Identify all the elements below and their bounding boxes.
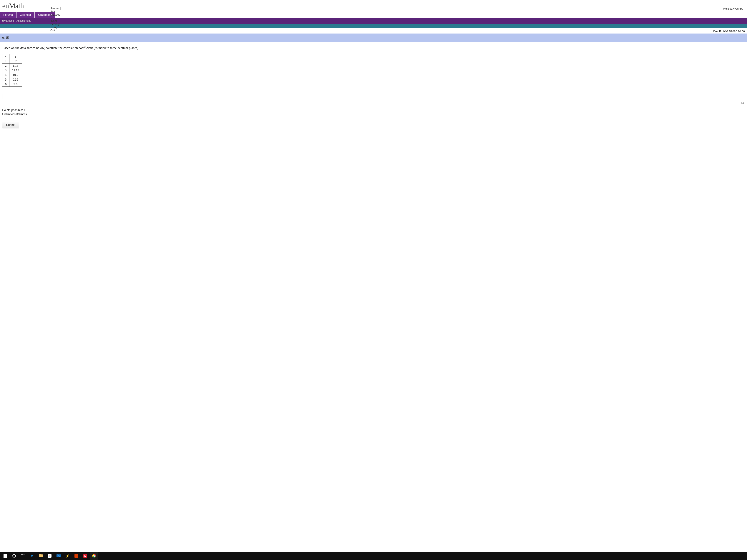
- question-prompt: Based on the data shown below, calculate…: [2, 46, 745, 50]
- nav-log-out[interactable]: Log Out: [50, 26, 57, 32]
- tab-calendar[interactable]: Calendar: [17, 12, 34, 18]
- nav-my-classes[interactable]: My Classes ▼: [50, 10, 60, 19]
- windows-taskbar: e ⚡ N: [0, 552, 747, 560]
- microsoft-store-icon[interactable]: [46, 552, 54, 560]
- table-row: 312.15: [2, 68, 22, 73]
- netflix-icon[interactable]: N: [81, 552, 89, 560]
- tab-forums[interactable]: Forums: [0, 12, 16, 18]
- chevron-down-icon: ▼: [50, 17, 52, 19]
- answer-input[interactable]: [2, 94, 30, 99]
- file-explorer-icon[interactable]: [37, 552, 45, 560]
- score-bar: e: 15: [0, 33, 747, 42]
- site-logo: enMath: [2, 1, 24, 10]
- power-icon[interactable]: ⚡: [63, 552, 72, 560]
- accent-band: [0, 24, 747, 28]
- table-row: 69.6: [2, 82, 22, 87]
- points-possible: Points possible: 1: [2, 108, 745, 112]
- username-display: Melissa Washbu: [723, 7, 745, 10]
- table-row: 410.7: [2, 73, 22, 77]
- cortana-icon[interactable]: [10, 552, 18, 560]
- nav-user-settings[interactable]: User Settings: [50, 19, 60, 26]
- chrome-icon[interactable]: [90, 552, 98, 560]
- start-button[interactable]: [1, 552, 9, 560]
- office-icon[interactable]: [72, 552, 80, 560]
- submit-button[interactable]: Submit: [2, 122, 19, 128]
- main-tabs: Forums Calendar Gradebook: [0, 12, 747, 18]
- attempts-info: Unlimited attempts.: [2, 112, 745, 116]
- due-date: Due Fri 04/24/2020 10:00: [0, 28, 747, 33]
- top-nav: Home | My Classes ▼ | User Settings | Lo…: [50, 7, 61, 32]
- col-header-y: y: [9, 54, 22, 59]
- mail-icon[interactable]: [54, 552, 62, 560]
- table-row: 211.3: [2, 63, 22, 68]
- question-area: Based on the data shown below, calculate…: [0, 42, 747, 101]
- edge-icon[interactable]: e: [28, 552, 36, 560]
- task-view-icon[interactable]: [19, 552, 27, 560]
- data-table: x y 19.75 211.3 312.15 410.7 59.35 69.6: [2, 54, 22, 87]
- points-info: Points possible: 1 Unlimited attempts.: [0, 105, 747, 118]
- table-row: 59.35: [2, 77, 22, 82]
- table-row: 19.75: [2, 59, 22, 63]
- breadcrumb: divia-sec3 ▸ Assessment: [0, 18, 747, 24]
- col-header-x: x: [2, 54, 9, 59]
- nav-home[interactable]: Home: [51, 7, 58, 10]
- license-link[interactable]: Lic: [741, 102, 744, 104]
